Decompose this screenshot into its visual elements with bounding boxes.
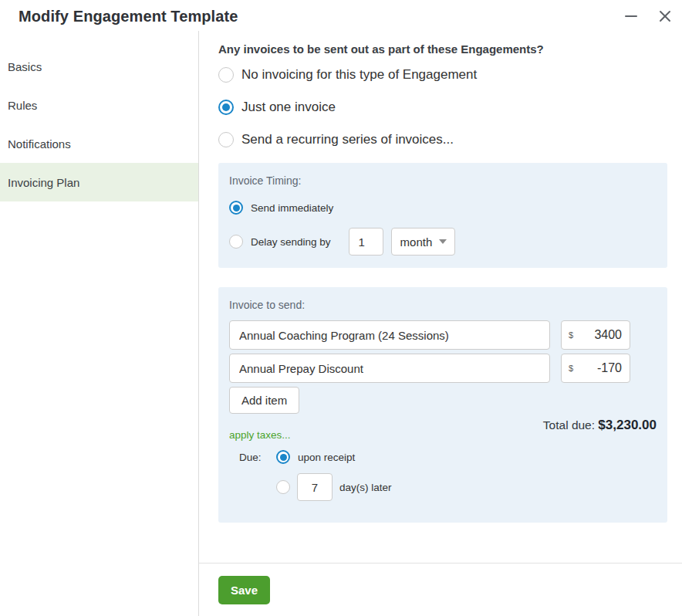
radio-option-label: Send immediately <box>251 202 333 214</box>
sidebar: Basics Rules Notifications Invoicing Pla… <box>0 31 199 616</box>
radio-option-label: No invoicing for this type of Engagement <box>241 67 477 83</box>
dialog-footer: Save <box>199 563 682 616</box>
item-amount-field[interactable]: $ <box>561 354 630 383</box>
radio-option-label: Delay sending by <box>251 236 331 248</box>
radio-icon <box>276 450 290 464</box>
total-due: Total due: $3,230.00 <box>543 418 657 433</box>
add-item-row: Add item <box>229 387 657 414</box>
radio-icon <box>229 201 243 215</box>
radio-option-no-invoicing[interactable]: No invoicing for this type of Engagement <box>218 59 667 91</box>
invoicing-type-radio-group: No invoicing for this type of Engagement… <box>218 59 667 156</box>
radio-icon <box>218 132 234 147</box>
sidebar-item-basics[interactable]: Basics <box>0 47 198 86</box>
minimize-icon[interactable] <box>622 7 640 25</box>
radio-icon <box>229 235 243 249</box>
radio-option-just-one-invoice[interactable]: Just one invoice <box>218 91 667 124</box>
invoice-summary-area: apply taxes... Due: upon receipt <box>229 414 657 501</box>
add-item-button[interactable]: Add item <box>229 387 299 414</box>
due-label: Due: <box>239 452 276 463</box>
dialog-titlebar: Modify Engagement Template <box>0 0 682 31</box>
sidebar-item-invoicing-plan[interactable]: Invoicing Plan <box>0 163 198 201</box>
radio-option-recurring-invoices[interactable]: Send a recurring series of invoices... <box>218 124 667 156</box>
total-due-value: $3,230.00 <box>598 418 657 432</box>
invoice-due-options: apply taxes... Due: upon receipt <box>229 414 543 501</box>
apply-taxes-link[interactable]: apply taxes... <box>229 429 291 441</box>
radio-option-label: Send a recurring series of invoices... <box>241 132 454 147</box>
due-radio-group: Due: upon receipt day(s) later <box>239 450 543 501</box>
radio-option-days-later[interactable]: day(s) later <box>276 473 543 501</box>
invoice-to-send-label: Invoice to send: <box>229 299 657 311</box>
item-description-input[interactable] <box>229 354 550 383</box>
invoice-item-row: $ <box>229 320 657 350</box>
delay-unit-select[interactable]: month <box>391 228 456 256</box>
modify-engagement-template-dialog: Modify Engagement Template Basics Rules … <box>0 0 682 616</box>
invoice-timing-panel: Invoice Timing: Send immediately Delay s… <box>218 163 667 268</box>
radio-option-upon-receipt[interactable]: upon receipt <box>276 450 543 464</box>
radio-icon <box>276 480 290 494</box>
radio-option-delay-sending[interactable]: Delay sending by <box>229 235 331 249</box>
radio-icon <box>218 100 234 115</box>
save-button[interactable]: Save <box>218 576 270 604</box>
item-amount-input[interactable] <box>573 328 622 342</box>
invoice-to-send-panel: Invoice to send: $ $ <box>218 287 667 523</box>
total-due-label: Total due: <box>543 418 595 432</box>
item-amount-input[interactable] <box>573 361 622 375</box>
window-controls <box>622 7 674 25</box>
chevron-down-icon <box>439 239 447 244</box>
invoice-item-row: $ <box>229 354 657 383</box>
delay-sending-row: Delay sending by month <box>229 228 657 256</box>
radio-icon <box>218 67 234 83</box>
invoice-timing-label: Invoice Timing: <box>229 174 657 187</box>
main-panel: Any invoices to be sent out as part of t… <box>199 31 682 616</box>
invoicing-plan-content: Any invoices to be sent out as part of t… <box>199 31 682 523</box>
item-description-input[interactable] <box>229 320 550 350</box>
sidebar-item-notifications[interactable]: Notifications <box>0 124 198 163</box>
dialog-title: Modify Engagement Template <box>19 8 238 25</box>
days-later-input[interactable] <box>297 473 333 501</box>
delay-unit-value: month <box>400 235 433 249</box>
sidebar-item-rules[interactable]: Rules <box>0 86 198 124</box>
delay-amount-input[interactable] <box>349 228 383 256</box>
close-icon[interactable] <box>656 7 674 25</box>
invoices-question-heading: Any invoices to be sent out as part of t… <box>218 42 667 56</box>
radio-option-label: upon receipt <box>298 452 355 463</box>
dialog-body: Basics Rules Notifications Invoicing Pla… <box>0 31 682 616</box>
radio-option-label: Just one invoice <box>241 100 336 115</box>
days-later-label: day(s) later <box>339 482 392 493</box>
radio-option-send-immediately[interactable]: Send immediately <box>229 196 657 219</box>
item-amount-field[interactable]: $ <box>561 320 630 350</box>
